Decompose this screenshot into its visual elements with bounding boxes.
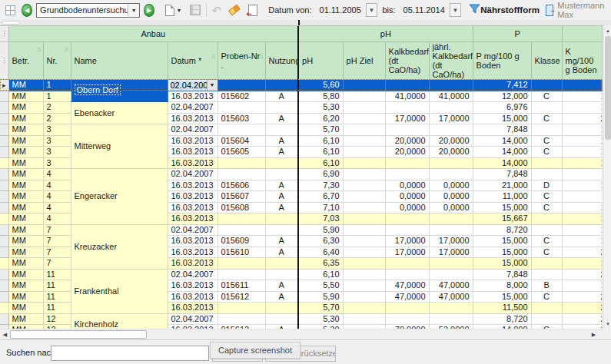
cell-p-mg[interactable]: 11,000 — [473, 191, 531, 203]
cell-klasse[interactable] — [531, 303, 562, 314]
cell-ph[interactable]: 6,10 — [298, 135, 343, 147]
cell-ph[interactable]: 6,90 — [298, 169, 343, 180]
cell-k-mg[interactable]: 2 — [562, 291, 602, 303]
cell-ph-ziel[interactable] — [343, 124, 385, 136]
column-header-datum[interactable]: Datum *△ — [168, 41, 218, 79]
cell-datum[interactable]: 16.03.2013 — [168, 91, 218, 102]
cell-klasse[interactable] — [531, 258, 562, 270]
cell-nr[interactable]: 12 — [43, 313, 71, 325]
cell-kalkbedarf[interactable]: 0,0000 — [385, 202, 429, 213]
navigate-back-icon[interactable]: ◀ — [22, 4, 32, 17]
cell-ph[interactable]: 7,30 — [298, 180, 343, 191]
cell-p-mg[interactable]: 14,000 — [473, 135, 531, 147]
cell-kalkbedarf[interactable]: 17,0000 — [385, 113, 429, 124]
cell-jaehrl-kalkbedarf[interactable]: 41,0000 — [429, 91, 473, 102]
cell-p-mg[interactable]: 12,000 — [473, 91, 531, 102]
cell-kalkbedarf[interactable] — [385, 303, 429, 314]
cell-proben-nr[interactable]: 015607 — [218, 191, 265, 203]
cell-ph-ziel[interactable] — [343, 258, 385, 270]
cell-k-mg[interactable]: 1 — [562, 147, 602, 158]
row-indicator[interactable] — [0, 102, 8, 114]
row-indicator[interactable] — [0, 135, 8, 147]
cell-ph[interactable]: 5,70 — [298, 303, 343, 314]
cell-ph[interactable]: 6,10 — [298, 269, 343, 280]
cell-datum[interactable]: 02.04.2007 — [168, 313, 218, 325]
cell-betr[interactable]: MM — [8, 79, 43, 91]
cell-nr[interactable]: 7 — [43, 236, 71, 247]
cell-jaehrl-kalkbedarf[interactable] — [429, 157, 473, 169]
cell-kalkbedarf[interactable] — [385, 124, 429, 136]
cell-ph[interactable]: 6,70 — [298, 191, 343, 203]
cell-betr[interactable]: MM — [8, 191, 43, 203]
cell-jaehrl-kalkbedarf[interactable] — [429, 258, 473, 270]
scroll-left-icon[interactable]: ◀ — [0, 330, 10, 339]
row-indicator[interactable] — [0, 213, 8, 225]
cell-kalkbedarf[interactable]: 0,0000 — [385, 180, 429, 191]
cell-datum[interactable]: 16.03.2013 — [168, 213, 218, 225]
cell-datum[interactable]: 16.03.2013 — [168, 303, 218, 314]
row-indicator[interactable] — [0, 169, 8, 180]
cell-nutzung[interactable] — [265, 124, 298, 136]
cell-klasse[interactable] — [531, 157, 562, 169]
cell-nutzung[interactable] — [265, 269, 298, 280]
group-header-ph[interactable]: pH — [298, 26, 473, 41]
cell-k-mg[interactable] — [562, 191, 602, 203]
cell-k-mg[interactable]: 1 — [562, 202, 602, 213]
cell-klasse[interactable]: C — [531, 135, 562, 147]
cell-nr[interactable]: 3 — [43, 157, 71, 169]
row-indicator[interactable] — [0, 202, 8, 213]
cell-kalkbedarf[interactable] — [385, 157, 429, 169]
cell-p-mg[interactable]: 6,976 — [473, 102, 531, 114]
horizontal-scroll-thumb[interactable] — [10, 330, 147, 339]
cell-jaehrl-kalkbedarf[interactable]: 0,0000 — [429, 180, 473, 191]
datum-von-dropdown-icon[interactable]: ▼ — [366, 3, 377, 17]
cell-ph-ziel[interactable] — [343, 191, 385, 203]
cell-datum[interactable]: 16.03.2013 — [168, 191, 218, 203]
cell-betr[interactable]: MM — [8, 258, 43, 270]
cell-nutzung[interactable] — [265, 303, 298, 314]
cell-jaehrl-kalkbedarf[interactable] — [429, 313, 473, 325]
cell-k-mg[interactable]: 1 — [562, 213, 602, 225]
row-indicator[interactable] — [0, 224, 8, 236]
cell-ph-ziel[interactable] — [343, 280, 385, 292]
cell-nutzung[interactable]: A — [265, 291, 298, 303]
cell-datum[interactable]: 16.03.2013 — [168, 157, 218, 169]
cell-betr[interactable]: MM — [8, 291, 43, 303]
cell-ph-ziel[interactable] — [343, 102, 385, 114]
cell-proben-nr[interactable] — [218, 258, 265, 270]
cell-p-mg[interactable]: 8,000 — [473, 280, 531, 292]
cell-ph-ziel[interactable] — [343, 202, 385, 213]
cell-nr[interactable]: 1 — [43, 79, 71, 91]
row-indicator[interactable] — [0, 313, 8, 325]
cell-kalkbedarf[interactable] — [385, 169, 429, 180]
cell-ph[interactable]: 6,30 — [298, 236, 343, 247]
cell-k-mg[interactable]: 1 — [562, 79, 602, 91]
cell-proben-nr[interactable] — [218, 102, 265, 114]
cell-jaehrl-kalkbedarf[interactable] — [429, 102, 473, 114]
cell-ph-ziel[interactable] — [343, 224, 385, 236]
column-header-jaehrl-kalkbedarf[interactable]: jährl. Kalkbedarf (dt CaO/ha) — [429, 41, 473, 79]
cell-p-mg[interactable]: 7,848 — [473, 269, 531, 280]
row-indicator[interactable] — [0, 91, 8, 102]
cell-jaehrl-kalkbedarf[interactable]: 20,0000 — [429, 135, 473, 147]
cell-klasse[interactable]: C — [531, 91, 562, 102]
cell-ph[interactable]: 5,60 — [298, 79, 343, 91]
cell-kalkbedarf[interactable]: 47,0000 — [385, 280, 429, 292]
cell-ph-ziel[interactable] — [343, 247, 385, 258]
cell-betr[interactable]: MM — [8, 91, 43, 102]
cell-p-mg[interactable]: 7,412 — [473, 79, 531, 91]
cell-nutzung[interactable]: A — [265, 247, 298, 258]
cell-datum[interactable]: 02.04.2007 — [168, 224, 218, 236]
chevron-down-icon[interactable]: ▼ — [128, 4, 139, 17]
table-row[interactable]: MM11Frankenthal02.04.20076,107,8482 — [0, 269, 602, 280]
cell-jaehrl-kalkbedarf[interactable] — [429, 169, 473, 180]
cell-proben-nr[interactable]: 015604 — [218, 135, 265, 147]
cell-nutzung[interactable]: A — [265, 135, 298, 147]
cell-name[interactable]: Obern Dorf — [71, 79, 168, 102]
row-indicator[interactable] — [0, 124, 8, 136]
cell-jaehrl-kalkbedarf[interactable] — [429, 269, 473, 280]
cell-nutzung[interactable] — [265, 258, 298, 270]
cell-betr[interactable]: MM — [8, 113, 43, 124]
cell-ph[interactable]: 5,70 — [298, 124, 343, 136]
cell-ph-ziel[interactable] — [343, 303, 385, 314]
